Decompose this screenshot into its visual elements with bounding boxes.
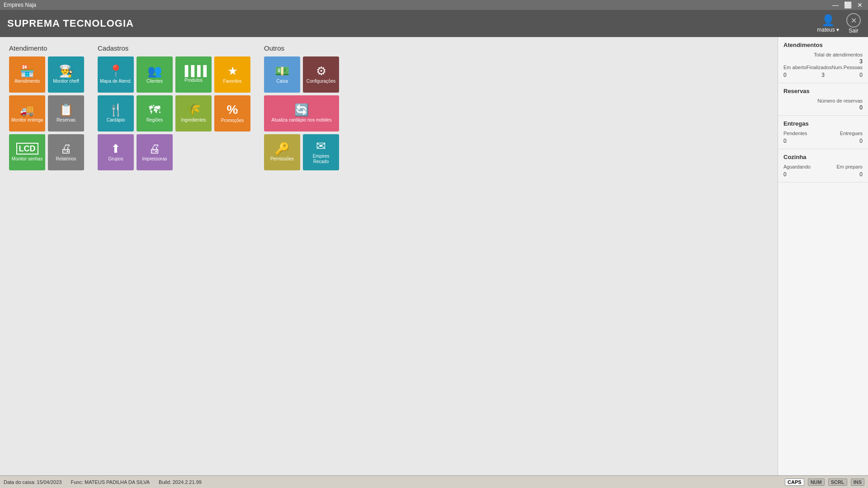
relatorios-icon: 🖨 — [60, 143, 72, 155]
status-right: CAPS NUM SCRL INS — [785, 479, 864, 486]
close-button[interactable]: ✕ — [855, 1, 864, 9]
monitor-cheff-icon: 👨‍🍳 — [59, 65, 73, 77]
status-left: Data do caixa: 15/04/2023 Func: MATEUS P… — [4, 479, 202, 485]
tile-monitor-senhas[interactable]: LCD Monitor senhas — [9, 134, 45, 170]
clientes-label: Clientes — [146, 79, 163, 84]
monitor-cheff-label: Monitor cheff — [53, 79, 79, 84]
tile-atualiza-cardapio[interactable]: 🔄 Atualiza cardápio nos mobiles — [264, 95, 339, 131]
atendimentos-panel: Atendimentos Total de atendimentos 3 Em … — [778, 37, 868, 83]
tile-clientes[interactable]: 👥 Clientes — [137, 56, 173, 93]
relatorios-label: Relatórios — [56, 156, 76, 162]
em-preparo-label: Em preparo — [837, 164, 863, 169]
monitor-senhas-icon: LCD — [16, 143, 38, 155]
tile-monitor-entrega[interactable]: 🚚 Monitor entrega — [9, 95, 45, 131]
tile-permissoes[interactable]: 🔑 Permissões — [264, 134, 300, 170]
outros-section: Outros 💵 Caixa ⚙ Configurações 🔄 Atualiz… — [264, 44, 339, 170]
entregas-values: 0 0 — [783, 138, 863, 144]
tile-configuracoes[interactable]: ⚙ Configurações — [303, 56, 339, 93]
atendimento-section-title: Atendimento — [9, 44, 84, 52]
entregues-value: 0 — [859, 138, 863, 144]
favoritos-label: Favoritos — [223, 79, 241, 84]
user-menu[interactable]: 👤 mateus ▾ — [817, 14, 839, 33]
cadastros-section: Cadastros 📍 Mapa de Atend. 👥 Clientes ▐▐… — [98, 44, 250, 170]
data-caixa-label: Data do caixa: 15/04/2023 — [4, 479, 61, 485]
empires-recado-icon: ✉ — [316, 140, 326, 152]
tile-reservas[interactable]: 📋 Reservas — [48, 95, 84, 131]
logout-button[interactable]: ✕ Sair — [846, 13, 861, 34]
atendimentos-cols: Em aberto Finalizados Num.Pessoas — [783, 65, 863, 70]
total-atendimentos-value: 3 — [783, 58, 863, 65]
atendimentos-values: 0 3 0 — [783, 72, 863, 78]
cozinha-values: 0 0 — [783, 171, 863, 178]
header: SUPREMA TECNOLOGIA 👤 mateus ▾ ✕ Sair — [0, 10, 868, 37]
em-aberto-value: 0 — [783, 72, 787, 78]
outros-grid: 💵 Caixa ⚙ Configurações 🔄 Atualiza cardá… — [264, 56, 339, 170]
tile-relatorios[interactable]: 🖨 Relatórios — [48, 134, 84, 170]
num-pessoas-label: Num.Pessoas — [832, 65, 863, 70]
user-name-label: mateus ▾ — [817, 27, 839, 33]
tile-atendimento[interactable]: 🏪 Atendimento — [9, 56, 45, 93]
total-atendimentos-label: Total de atendimentos — [814, 52, 863, 57]
outros-section-title: Outros — [264, 44, 339, 52]
num-key: NUM — [808, 479, 825, 486]
cozinha-panel-title: Cozinha — [783, 154, 863, 160]
monitor-entrega-label: Monitor entrega — [11, 117, 43, 123]
build-label: Build: 2024.2.21.99 — [159, 479, 202, 485]
tile-favoritos[interactable]: ★ Favoritos — [214, 56, 250, 93]
logout-label: Sair — [849, 28, 858, 34]
logout-icon: ✕ — [846, 13, 861, 28]
configuracoes-icon: ⚙ — [316, 65, 326, 77]
entregues-label: Entregues — [840, 131, 863, 136]
em-preparo-value: 0 — [859, 171, 863, 178]
regioes-label: Regiões — [146, 117, 163, 123]
num-pessoas-value: 0 — [859, 72, 863, 78]
tile-produtos[interactable]: ▐▐▐▐ Produtos — [175, 56, 212, 93]
reservas-value: 0 — [783, 104, 863, 111]
sections-row: Atendimento 🏪 Atendimento 👨‍🍳 Monitor ch… — [9, 44, 769, 170]
atendimentos-panel-title: Atendimentos — [783, 42, 863, 48]
tile-empires-recado[interactable]: ✉ Empires Recado — [303, 134, 339, 170]
maximize-button[interactable]: ⬜ — [842, 1, 854, 9]
cadastros-section-title: Cadastros — [98, 44, 250, 52]
atualiza-cardapio-icon: 🔄 — [294, 104, 309, 116]
cardapio-icon: 🍴 — [108, 104, 123, 116]
ingredientes-label: Ingredientes — [181, 117, 206, 123]
ingredientes-icon: 🌾 — [186, 104, 201, 116]
tile-grupos[interactable]: ⬆ Grupos — [98, 134, 134, 170]
impressoras-icon: 🖨 — [149, 143, 160, 155]
tile-regioes[interactable]: 🗺 Regiões — [137, 95, 173, 131]
tile-cardapio[interactable]: 🍴 Cardápio — [98, 95, 134, 131]
atendimento-icon: 🏪 — [20, 65, 34, 77]
mapa-atend-label: Mapa de Atend. — [100, 79, 132, 84]
tile-promocoes[interactable]: % Promoções — [214, 95, 250, 131]
finalizados-value: 3 — [821, 72, 825, 78]
entregas-cols: Pendentes Entregues — [783, 131, 863, 136]
tile-monitor-cheff[interactable]: 👨‍🍳 Monitor cheff — [48, 56, 84, 93]
empires-recado-label: Empires Recado — [305, 154, 337, 164]
scrl-key: SCRL — [828, 479, 847, 486]
func-label: Func: MATEUS PADILHA DA SILVA — [71, 479, 150, 485]
atendimento-label: Atendimento — [14, 79, 40, 84]
grupos-label: Grupos — [108, 156, 123, 162]
title-bar: Empires Naja — ⬜ ✕ — [0, 0, 868, 10]
tile-mapa-atend[interactable]: 📍 Mapa de Atend. — [98, 56, 134, 93]
tile-caixa[interactable]: 💵 Caixa — [264, 56, 300, 93]
favoritos-icon: ★ — [227, 65, 238, 77]
cardapio-label: Cardápio — [107, 117, 125, 123]
tile-ingredientes[interactable]: 🌾 Ingredientes — [175, 95, 212, 131]
ins-key: INS — [851, 479, 864, 486]
caixa-label: Caixa — [276, 79, 288, 84]
atendimento-grid: 🏪 Atendimento 👨‍🍳 Monitor cheff 🚚 Monito… — [9, 56, 84, 170]
user-icon: 👤 — [821, 14, 835, 27]
reservas-label: Número de reservas — [817, 98, 863, 103]
reservas-label: Reservas — [57, 117, 75, 123]
sidebar-panel: Atendimentos Total de atendimentos 3 Em … — [778, 37, 868, 475]
permissoes-label: Permissões — [270, 156, 294, 162]
tile-impressoras[interactable]: 🖨 Impressoras — [137, 134, 173, 170]
minimize-button[interactable]: — — [830, 1, 840, 9]
reservas-panel: Reservas Número de reservas 0 — [778, 83, 868, 116]
aguardando-label: Aguardando — [783, 164, 811, 169]
cozinha-cols: Aguardando Em preparo — [783, 164, 863, 169]
permissoes-icon: 🔑 — [275, 143, 289, 155]
configuracoes-label: Configurações — [307, 79, 335, 84]
